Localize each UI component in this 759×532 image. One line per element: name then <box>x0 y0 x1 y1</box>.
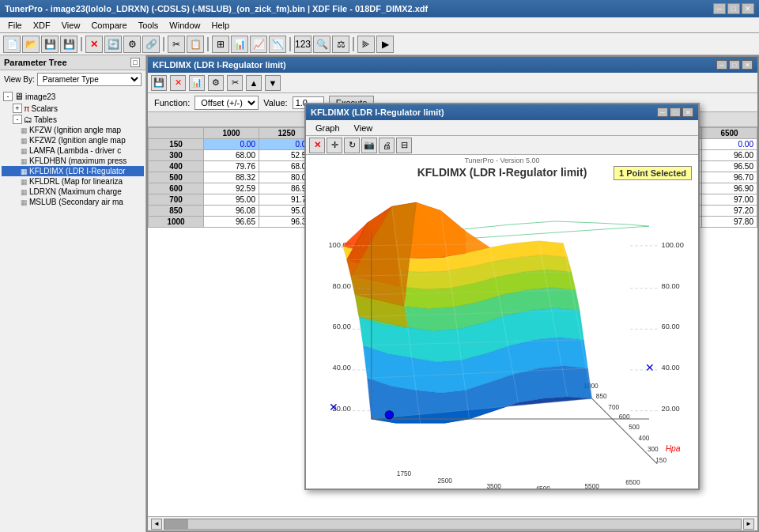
scalars-label: Scalars <box>32 104 58 113</box>
tree-item-root[interactable]: - 🖥 image23 <box>2 90 144 103</box>
graph-minimize[interactable]: ─ <box>657 108 668 117</box>
table-maximize[interactable]: □ <box>729 60 740 70</box>
function-select[interactable]: Offset (+/-) <box>194 96 259 110</box>
selected-point-marker[interactable] <box>385 411 393 419</box>
tree-kfldimx[interactable]: ▦ KFLDIMX (LDR I-Regulator <box>2 166 144 176</box>
menu-file[interactable]: File <box>3 19 27 32</box>
toolbar-refresh[interactable]: 🔄 <box>104 36 122 53</box>
graph-close[interactable]: ✕ <box>682 108 693 117</box>
toolbar-save[interactable]: 💾 <box>41 36 59 53</box>
toolbar-play[interactable]: ▶ <box>376 36 394 53</box>
graph-toolbar: ✕ ✛ ↻ 📷 🖨 ⊟ <box>306 136 698 155</box>
root-expand[interactable]: - <box>3 92 13 101</box>
scroll-thumb[interactable] <box>164 519 188 529</box>
rotate-handle-right[interactable]: ✕ <box>645 361 655 374</box>
graph-grid-view[interactable]: ⊟ <box>396 138 412 153</box>
table-minimize[interactable]: ─ <box>716 60 727 70</box>
graph-version: TunerPro - Version 5.00 <box>464 157 539 164</box>
graph-menu: Graph View <box>306 120 698 136</box>
graph-crosshair[interactable]: ✛ <box>327 138 342 153</box>
tree-kfldhbn[interactable]: ▦ KFLDHBN (maximum press <box>2 156 144 166</box>
cell-400-1000[interactable]: 79.76 <box>204 161 259 172</box>
toolbar-cut[interactable]: ✂ <box>168 36 185 53</box>
cell-600-6500[interactable]: 96.90 <box>702 183 757 194</box>
scroll-right-arrow[interactable]: ► <box>743 519 754 530</box>
table-down[interactable]: ▼ <box>265 75 281 91</box>
table-settings[interactable]: ⚙ <box>208 75 224 91</box>
toolbar-compare[interactable]: ⫸ <box>357 36 375 53</box>
function-label: Function: <box>154 98 190 108</box>
toolbar-chart3[interactable]: 📉 <box>269 36 286 53</box>
close-button[interactable]: ✕ <box>742 3 754 14</box>
table-delete[interactable]: ✕ <box>170 75 186 91</box>
toolbar-search[interactable]: 🔍 <box>313 36 330 53</box>
graph-rotate[interactable]: ↻ <box>344 138 360 153</box>
tables-expand[interactable]: - <box>13 115 22 124</box>
graph-camera[interactable]: 📷 <box>361 138 377 153</box>
tree-kfzw2[interactable]: ▦ KFZW2 (Ignition angle map <box>2 135 144 145</box>
table-cut[interactable]: ✂ <box>227 75 243 91</box>
toolbar-save2[interactable]: 💾 <box>60 36 77 53</box>
cell-850-1000[interactable]: 96.08 <box>204 206 259 217</box>
cell-300-6500[interactable]: 96.00 <box>702 150 757 161</box>
cell-150-6500[interactable]: 0.00 <box>702 139 757 150</box>
toolbar-grid[interactable]: ⊞ <box>212 36 229 53</box>
toolbar-link[interactable]: 🔗 <box>142 36 160 53</box>
scroll-left-arrow[interactable]: ◄ <box>151 519 162 530</box>
graph-close-btn[interactable]: ✕ <box>309 138 325 153</box>
cell-700-1000[interactable]: 95.00 <box>204 194 259 206</box>
table-up[interactable]: ▲ <box>246 75 262 91</box>
menu-tools[interactable]: Tools <box>134 19 164 32</box>
graph-menu-view[interactable]: View <box>348 122 380 134</box>
maximize-button[interactable]: □ <box>727 3 740 14</box>
toolbar-settings[interactable]: ⚙ <box>123 36 141 53</box>
toolbar-balance[interactable]: ⚖ <box>332 36 349 53</box>
toolbar-delete[interactable]: ✕ <box>85 36 103 53</box>
tree-scalars[interactable]: + π Scalars <box>11 103 144 114</box>
menu-view[interactable]: View <box>57 19 85 32</box>
tree-tables[interactable]: - 🗂 Tables <box>11 114 144 125</box>
cell-500-1000[interactable]: 88.32 <box>204 172 259 183</box>
toolbar-copy[interactable]: 📋 <box>187 36 204 53</box>
rotate-handle-left[interactable]: ✕ <box>329 401 338 413</box>
cell-700-6500[interactable]: 97.00 <box>702 194 757 206</box>
table-save[interactable]: 💾 <box>151 75 167 91</box>
cell-600-1000[interactable]: 92.59 <box>204 183 259 194</box>
graph-print[interactable]: 🖨 <box>379 138 395 153</box>
tree-kfzw[interactable]: ▦ KFZW (Ignition angle map <box>2 125 144 135</box>
cell-850-6500[interactable]: 97.20 <box>702 206 757 217</box>
toolbar-chart[interactable]: 📊 <box>231 36 248 53</box>
graph-restore[interactable]: □ <box>670 108 681 117</box>
cell-1000-1000[interactable]: 96.65 <box>204 217 259 228</box>
menu-window[interactable]: Window <box>164 19 205 32</box>
cell-300-1000[interactable]: 68.00 <box>204 150 259 161</box>
toolbar-new[interactable]: 📄 <box>3 36 21 53</box>
cell-1000-6500[interactable]: 97.80 <box>702 217 757 228</box>
tree-ldrxn[interactable]: ▦ LDRXN (Maximum charge <box>2 187 144 197</box>
toolbar-open[interactable]: 📂 <box>22 36 40 53</box>
cell-150-1000[interactable]: 0.00 <box>204 139 259 150</box>
cell-500-6500[interactable]: 96.70 <box>702 172 757 183</box>
tree-lamfa[interactable]: ▦ LAMFA (Lambda - driver c <box>2 145 144 156</box>
minimize-button[interactable]: ─ <box>713 3 726 14</box>
sep4 <box>289 37 291 51</box>
sidebar-header: Parameter Tree □ <box>0 55 145 70</box>
tree-kfldrl[interactable]: ▦ KFLDRL (Map for lineariza <box>2 176 144 187</box>
toolbar-chart2[interactable]: 📈 <box>250 36 267 53</box>
menu-help[interactable]: Help <box>206 19 234 32</box>
table-graph[interactable]: 📊 <box>189 75 205 91</box>
scroll-track[interactable] <box>164 519 742 530</box>
lamfa-icon: ▦ <box>21 147 28 155</box>
menu-xdf[interactable]: XDF <box>28 19 55 32</box>
toolbar-zoom[interactable]: 123 <box>294 36 312 53</box>
table-title: KFLDIMX (LDR I-Regulator limit) <box>153 60 286 70</box>
sidebar-expand[interactable]: □ <box>130 58 140 67</box>
parameter-tree-sidebar: Parameter Tree □ View By: Parameter Type… <box>0 55 146 532</box>
tree-mslub[interactable]: ▦ MSLUB (Secondary air ma <box>2 197 144 207</box>
viewby-select[interactable]: Parameter Type <box>37 73 142 86</box>
table-close[interactable]: ✕ <box>742 60 753 70</box>
menu-compare[interactable]: Compare <box>86 19 131 32</box>
scalars-expand[interactable]: + <box>13 104 22 113</box>
graph-menu-graph[interactable]: Graph <box>309 122 346 134</box>
cell-400-6500[interactable]: 96.50 <box>702 161 757 172</box>
